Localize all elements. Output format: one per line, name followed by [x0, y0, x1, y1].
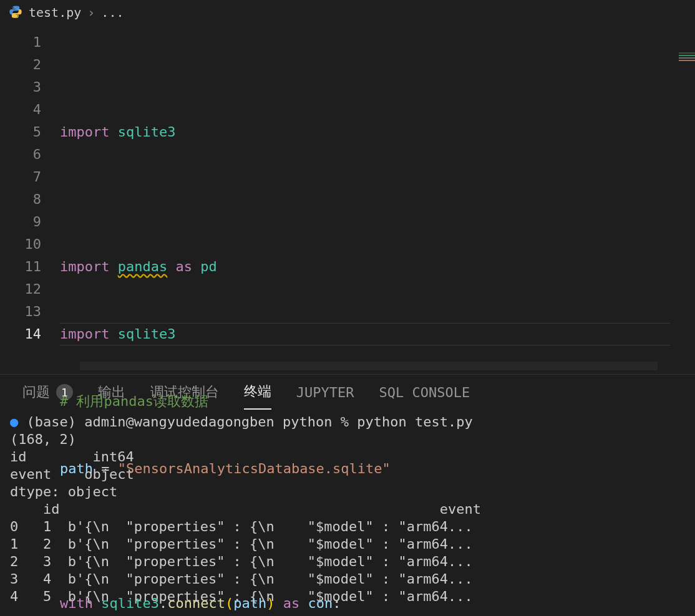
code-line: # 利用pandas读取数据	[60, 390, 695, 413]
code-line: with sqlite3.connect(path) as con:	[60, 592, 695, 615]
code-line: import sqlite3	[60, 323, 695, 345]
python-file-icon	[9, 5, 22, 19]
prompt-dot-icon: ●	[10, 414, 18, 430]
horizontal-scrollbar[interactable]	[80, 362, 658, 370]
code-line	[60, 188, 695, 211]
code-line	[60, 525, 695, 547]
code-editor[interactable]: 1234567 891011121314 import sqlite3 impo…	[0, 25, 695, 374]
code-line: path = "SensorsAnalyticsDatabase.sqlite"	[60, 458, 695, 480]
breadcrumb[interactable]: test.py › ...	[0, 0, 695, 25]
chevron-right-icon: ›	[87, 5, 95, 20]
breadcrumb-file[interactable]: test.py	[29, 5, 81, 20]
line-number-gutter: 1234567 891011121314	[0, 25, 60, 374]
code-line: import sqlite3	[60, 121, 695, 143]
breadcrumb-ellipsis[interactable]: ...	[101, 5, 124, 20]
tab-label: 问题	[22, 383, 50, 402]
code-line: import pandas as pd	[60, 256, 695, 278]
code-area[interactable]: import sqlite3 import pandas as pd impor…	[60, 25, 695, 374]
